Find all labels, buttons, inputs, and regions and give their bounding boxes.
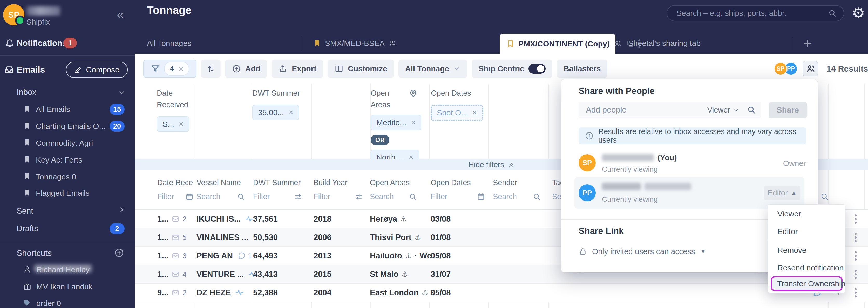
search-people-icon[interactable] — [747, 105, 756, 114]
ballasters-button[interactable]: Ballasters — [557, 60, 608, 78]
clear-filters-icon[interactable]: × — [179, 64, 184, 74]
vessel-name[interactable]: IKUCHI IS... — [196, 214, 241, 224]
share-button[interactable]: Share — [769, 102, 807, 118]
build-year: 2013 — [314, 247, 332, 265]
double-chevron-up-icon — [508, 161, 515, 168]
settings-gear-icon[interactable]: ⚙ — [852, 6, 865, 20]
customize-button[interactable]: Customize — [328, 60, 394, 78]
tab-smx-med-bsea[interactable]: SMX/MED-BSEA — [313, 39, 397, 48]
sidebar-item-flagged-emails[interactable]: Flagged Emails — [0, 186, 135, 200]
global-search[interactable] — [666, 5, 844, 21]
tab-sheetals-sharing[interactable]: Sheetal's sharing tab — [628, 39, 701, 48]
filter-chip[interactable]: 35,00... × — [252, 105, 299, 120]
add-people-input[interactable] — [585, 105, 707, 115]
menu-item-editor[interactable]: Editor — [768, 225, 845, 238]
vessel-name[interactable]: VINALINES ... — [196, 233, 248, 242]
table-row[interactable]: 9... 2 DZ HEZE 52,388 2004 East London⚓·… — [135, 284, 868, 302]
menu-item-transfer-ownership-highlighted[interactable]: Transfer Ownership — [771, 276, 843, 291]
global-search-input[interactable] — [676, 8, 828, 18]
add-shortcut-icon[interactable] — [114, 248, 124, 259]
lock-icon — [579, 247, 587, 255]
vessel-name[interactable]: DZ HEZE — [196, 288, 231, 297]
sort-button[interactable] — [201, 60, 221, 78]
column-filter-input[interactable]: Filter — [431, 192, 485, 201]
share-people-button[interactable] — [803, 61, 818, 76]
sidebar-item-key-ac-ferts[interactable]: Key Ac: Ferts — [0, 153, 135, 167]
sidebar-item-charting-emails[interactable]: Charting Emails O... 20 — [0, 119, 135, 133]
filter-button[interactable]: 4 × — [143, 60, 196, 78]
sidebar-item-notifications[interactable]: Notifications 1 — [0, 36, 135, 50]
shortcut-item-contact[interactable]: Richard Henley — [0, 263, 135, 276]
role-selector-dropdown[interactable]: Viewer — [707, 106, 740, 114]
menu-item-resend-notification[interactable]: Resend notification — [768, 262, 845, 274]
sidebar-item-inbox[interactable]: Inbox — [0, 86, 135, 99]
info-banner: Results are relative to inbox accesses a… — [579, 127, 806, 144]
column-filter-input[interactable]: Filter — [253, 192, 302, 201]
column-header[interactable]: Sender — [493, 178, 517, 187]
column-filter-input[interactable]: Search — [370, 192, 417, 201]
row-menu-kebab-icon[interactable] — [855, 233, 857, 242]
row-menu-kebab-icon[interactable] — [855, 251, 857, 261]
column-header[interactable]: Open Areas — [370, 178, 410, 187]
compose-button[interactable]: Compose — [66, 62, 128, 78]
filter-chip-dashed[interactable]: Spot O... × — [431, 105, 483, 121]
column-header[interactable]: Vessel Name — [196, 178, 241, 187]
info-icon — [585, 131, 594, 140]
sidebar-item-sent[interactable]: Sent — [0, 204, 135, 218]
shortcut-item-vessel[interactable]: MV Ikan Landuk — [0, 280, 135, 294]
role-dropdown-button[interactable]: Editor ▲ — [764, 185, 800, 200]
sidebar-item-tonnages[interactable]: Tonnages 0 — [0, 170, 135, 183]
column-header[interactable]: DWT Summer — [253, 178, 301, 187]
vessel-name[interactable]: PENG AN — [196, 251, 233, 261]
filter-chip[interactable]: Medite... × — [371, 115, 421, 130]
person-row-editor[interactable]: PP Currently viewing Editor ▲ — [575, 177, 804, 209]
open-area[interactable]: East London — [370, 288, 419, 297]
online-status-dot — [15, 15, 25, 25]
column-filter-search-icon[interactable] — [820, 192, 829, 201]
shared-people-icon — [389, 39, 397, 47]
shortcut-item-order[interactable]: order 0 — [0, 297, 135, 308]
remove-chip-icon[interactable]: × — [472, 108, 477, 117]
collapse-sidebar-icon[interactable]: « — [117, 7, 124, 21]
add-button[interactable]: Add — [225, 60, 267, 78]
menu-item-viewer[interactable]: Viewer — [768, 208, 845, 220]
comment-bubble-icon[interactable]: 1 — [238, 252, 252, 260]
sidebar-item-drafts[interactable]: Drafts 2 — [0, 222, 135, 235]
filter-chip[interactable]: S... × — [157, 116, 189, 132]
sidebar-section-shortcuts: Shortcuts — [0, 246, 135, 260]
vessel-name[interactable]: VENTURE ... — [196, 270, 244, 279]
column-header[interactable]: Date Rece — [157, 178, 193, 187]
column-filter-input[interactable]: Search — [196, 192, 245, 201]
workspace-avatar[interactable]: SP — [3, 4, 24, 25]
row-menu-kebab-icon[interactable] — [855, 270, 857, 279]
ship-centric-toggle-button[interactable]: Ship Centric — [472, 60, 552, 78]
sidebar-item-commodity-agri[interactable]: Commodity: Agri — [0, 136, 135, 150]
ship-centric-toggle[interactable] — [528, 64, 546, 74]
open-area[interactable]: Herøya — [370, 214, 397, 224]
tab-pmx-continent-active[interactable]: PMX/CONTINENT (Copy) — [500, 34, 615, 54]
location-pin-icon[interactable] — [409, 89, 418, 99]
new-tab-plus-icon[interactable]: + — [804, 36, 811, 51]
column-filter-input[interactable]: Filter — [314, 192, 363, 201]
view-selector-dropdown[interactable]: All Tonnage — [398, 60, 467, 78]
open-area[interactable]: Hailuoto — [370, 251, 402, 261]
tab-all-tonnages[interactable]: All Tonnages — [147, 39, 191, 48]
column-filter-input[interactable]: Filter — [157, 192, 194, 201]
filter-count-pill[interactable]: 4 × — [164, 62, 189, 76]
column-header[interactable]: Open Dates — [431, 178, 471, 187]
column-header[interactable]: Build Year — [314, 178, 347, 187]
build-year: 2015 — [314, 265, 332, 283]
remove-chip-icon[interactable]: × — [411, 118, 415, 127]
sidebar-item-all-emails[interactable]: All Emails 15 — [0, 103, 135, 116]
remove-chip-icon[interactable]: × — [289, 108, 293, 117]
column-filter-input[interactable]: Search — [493, 192, 541, 201]
remove-chip-icon[interactable]: × — [179, 119, 184, 129]
row-menu-kebab-icon[interactable] — [855, 214, 857, 224]
row-menu-kebab-icon[interactable] — [855, 288, 857, 297]
link-access-dropdown[interactable]: Only invited users can access ▼ — [579, 247, 706, 256]
open-area[interactable]: St Malo — [370, 270, 398, 279]
export-button[interactable]: Export — [272, 60, 323, 78]
filter-count: 4 — [170, 65, 174, 73]
open-area[interactable]: Thisvi Port — [370, 233, 411, 242]
menu-item-remove[interactable]: Remove — [768, 244, 845, 256]
